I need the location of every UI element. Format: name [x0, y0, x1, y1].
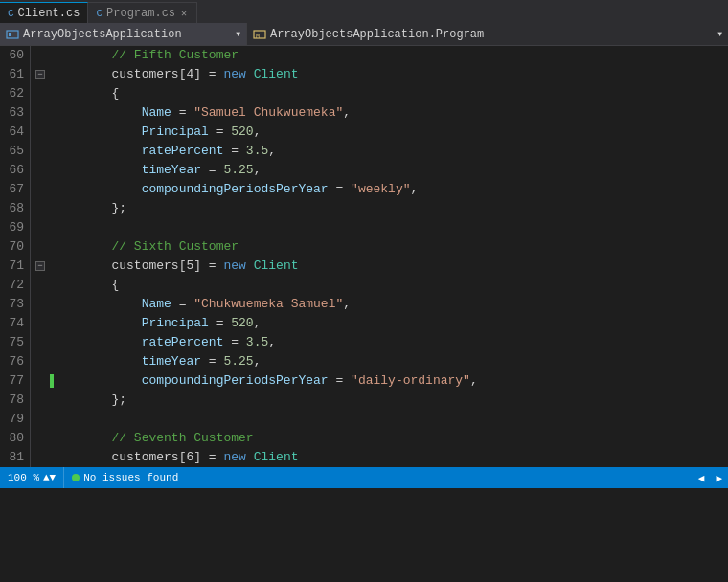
- tab-program-cs[interactable]: C Program.cs ✕: [88, 2, 197, 23]
- code-area[interactable]: // Fifth Customer customers[4] = new Cli…: [50, 46, 728, 467]
- margin-cell[interactable]: −: [31, 65, 50, 84]
- code-token: new: [223, 258, 245, 273]
- margin-cell: [31, 352, 50, 371]
- code-token: [52, 297, 142, 311]
- tab-close-button[interactable]: ✕: [179, 7, 189, 20]
- code-token: ,: [254, 354, 262, 369]
- code-line: customers[4] = new Client: [50, 65, 728, 84]
- code-token: 520: [231, 316, 253, 330]
- status-nav: ◀ ▶: [693, 467, 728, 488]
- code-token: ,: [411, 182, 419, 196]
- code-token: ,: [268, 144, 276, 158]
- margin-cell: [31, 371, 50, 391]
- code-line: [50, 410, 728, 429]
- code-token: "weekly": [351, 182, 410, 196]
- code-token: };: [111, 392, 126, 407]
- collapse-button[interactable]: −: [35, 261, 45, 271]
- zoom-control[interactable]: 100 % ▲▼: [0, 467, 64, 488]
- nav-prev-button[interactable]: ◀: [693, 467, 711, 488]
- code-token: timeYear: [142, 163, 201, 177]
- code-token: [6]: [179, 450, 201, 464]
- code-token: ,: [254, 316, 262, 330]
- code-line: };: [50, 199, 728, 218]
- collapse-button[interactable]: −: [35, 70, 45, 79]
- code-token: [52, 67, 111, 81]
- code-token: =: [201, 163, 223, 177]
- code-line: customers[5] = new Client: [50, 257, 728, 276]
- margin-cell: [31, 103, 50, 123]
- code-token: Principal: [142, 124, 209, 139]
- code-token: ,: [254, 163, 262, 177]
- nav-bar: ArrayObjectsApplication ▼ M ArrayObjects…: [0, 23, 728, 46]
- code-token: [52, 278, 111, 292]
- code-line: Principal = 520,: [50, 123, 728, 142]
- margin-cell: [31, 180, 50, 199]
- code-token: customers: [111, 450, 178, 464]
- code-line: // Sixth Customer: [50, 237, 728, 257]
- code-line: // Seventh Customer: [50, 429, 728, 448]
- code-token: =: [201, 258, 223, 273]
- nav-left-dropdown[interactable]: ArrayObjectsApplication ▼: [0, 23, 247, 45]
- line-number: 62: [0, 84, 24, 103]
- code-token: [52, 258, 111, 273]
- code-token: customers: [111, 258, 178, 273]
- line-number: 68: [0, 199, 24, 218]
- app-window: C Client.cs C Program.cs ✕ ArrayObjectsA…: [0, 0, 728, 488]
- code-token: ratePercent: [142, 335, 224, 349]
- margin-cell[interactable]: −: [31, 257, 50, 276]
- nav-left-label: ArrayObjectsApplication: [23, 28, 182, 41]
- margin-cell: [31, 84, 50, 103]
- line-number: 75: [0, 333, 24, 352]
- nav-right-dropdown[interactable]: M ArrayObjectsApplication.Program ▼: [247, 23, 728, 45]
- code-token: "daily-ordinary": [351, 373, 470, 388]
- code-token: [52, 124, 142, 139]
- code-token: compoundingPeriodsPerYear: [142, 182, 329, 196]
- margin-cell: [31, 314, 50, 333]
- code-token: [246, 450, 254, 464]
- margin-cell: [31, 295, 50, 314]
- margin-cell: [31, 410, 50, 429]
- margin-cell: [31, 391, 50, 410]
- code-token: [52, 450, 111, 464]
- code-token: 5.25: [223, 163, 253, 177]
- code-token: };: [111, 201, 126, 215]
- code-line: timeYear = 5.25,: [50, 161, 728, 180]
- editor-body: 6061626364656667686970717273747576777879…: [0, 46, 728, 467]
- code-line: ratePercent = 3.5,: [50, 142, 728, 161]
- tab-client-cs[interactable]: C Client.cs: [0, 2, 88, 23]
- code-token: new: [223, 67, 245, 81]
- code-line: {: [50, 276, 728, 295]
- margin-cell: [31, 123, 50, 142]
- code-token: =: [329, 182, 351, 196]
- code-token: customers: [111, 67, 178, 81]
- code-token: timeYear: [142, 354, 201, 369]
- code-line: Name = "Chukwuemeka Samuel",: [50, 295, 728, 314]
- code-token: Client: [254, 450, 299, 464]
- line-number: 71: [0, 257, 24, 276]
- code-token: [52, 163, 142, 177]
- chevron-down-icon2: ▼: [717, 30, 722, 38]
- code-token: [52, 182, 142, 196]
- code-line: Name = "Samuel Chukwuemeka",: [50, 103, 728, 123]
- code-token: =: [201, 354, 223, 369]
- code-token: [246, 258, 254, 273]
- code-token: ratePercent: [142, 144, 224, 158]
- code-token: 520: [231, 124, 253, 139]
- code-token: [52, 373, 142, 388]
- nav-next-button[interactable]: ▶: [710, 467, 728, 488]
- code-token: Name: [142, 297, 171, 311]
- code-token: Client: [254, 258, 299, 273]
- code-token: Name: [142, 105, 171, 120]
- code-token: 3.5: [246, 335, 268, 349]
- code-token: [4]: [179, 67, 201, 81]
- code-line: };: [50, 391, 728, 410]
- svg-rect-1: [9, 33, 11, 36]
- code-line: compoundingPeriodsPerYear = "weekly",: [50, 180, 728, 199]
- code-line: {: [50, 84, 728, 103]
- code-token: =: [209, 124, 231, 139]
- margin-cell: [31, 276, 50, 295]
- code-token: =: [171, 297, 193, 311]
- zoom-label: 100 %: [8, 472, 39, 483]
- line-number: 70: [0, 237, 24, 257]
- tab-icon: C: [8, 8, 14, 19]
